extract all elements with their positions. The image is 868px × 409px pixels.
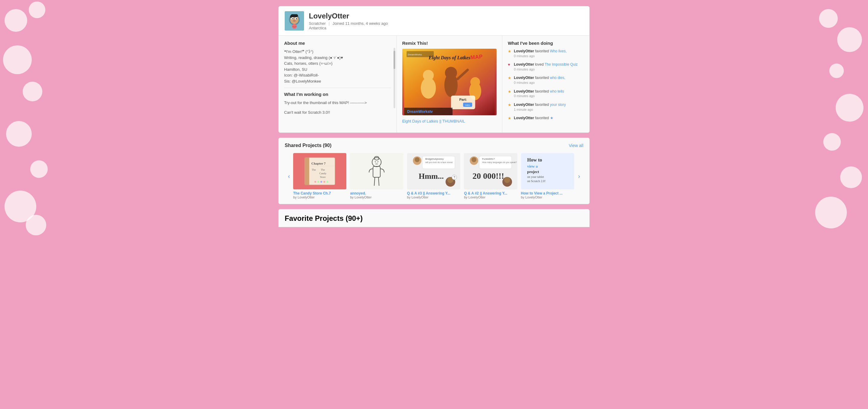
section-header: Shared Projects (90) View all — [285, 143, 583, 148]
activity-link[interactable]: who tells — [550, 89, 564, 93]
location: Antarctica — [309, 26, 327, 30]
svg-text:will you ever do a face reveal: will you ever do a face reveal — [425, 161, 453, 164]
activity-link[interactable]: ★ — [550, 116, 553, 120]
bottom-section-title: Favorite Projects (90+) — [285, 214, 583, 223]
svg-point-22 — [470, 77, 480, 87]
project-thumbnail[interactable] — [350, 153, 403, 189]
about-me-title: About me — [284, 40, 391, 46]
svg-text:Funkid0617: Funkid0617 — [482, 157, 495, 160]
svg-point-5 — [292, 18, 293, 19]
svg-point-40 — [320, 181, 322, 183]
star-icon: ★ — [508, 103, 512, 107]
activity-link[interactable]: your story — [550, 103, 566, 107]
svg-text:20 000!!!: 20 000!!! — [472, 171, 504, 181]
svg-text:Hmm...: Hmm... — [418, 172, 444, 181]
project-thumbnail[interactable]: Funkid0617 How many languages do you spe… — [464, 153, 517, 189]
joined-text: Joined 11 months, 4 weeks ago — [333, 21, 388, 26]
svg-point-7 — [293, 20, 296, 22]
activity-item: ★ LovelyOtter favorited Who lives, 0 min… — [508, 49, 584, 58]
svg-point-17 — [423, 70, 434, 81]
prev-arrow[interactable]: ‹ — [285, 172, 293, 180]
project-title[interactable]: The Candy Store Ch.7 — [293, 191, 346, 196]
activity-item: ♥ LovelyOtter loved The Impossible Quiz … — [508, 62, 584, 72]
svg-point-54 — [415, 157, 420, 162]
project-author: by LovelyOtter — [464, 196, 517, 199]
project-title[interactable]: Q & A #3 || Answering Y... — [407, 191, 460, 196]
activity-item: ★ LovelyOtter favorited who dies, 0 minu… — [508, 75, 584, 85]
svg-text:Candy: Candy — [319, 172, 327, 175]
project-card: Chapter 7 The The Candy Store — [293, 153, 346, 199]
shared-projects-title: Shared Projects (90) — [285, 143, 332, 148]
project-author: by LovelyOtter — [521, 196, 574, 199]
svg-text:on your tablet: on your tablet — [527, 175, 544, 178]
activity-link[interactable]: The Impossible Quiz — [545, 62, 578, 66]
svg-rect-8 — [291, 14, 298, 17]
scrollbar-thumb[interactable] — [394, 51, 395, 69]
next-arrow[interactable]: › — [575, 172, 583, 180]
remix-title: Remix This! — [402, 40, 497, 46]
project-card: Bridgetrubytubey will you ever do a face… — [407, 153, 460, 199]
projects-row: ‹ Chapter 7 The T — [285, 153, 583, 199]
svg-text:Intro: Intro — [465, 104, 470, 107]
project-thumbnail[interactable]: Chapter 7 The The Candy Store — [293, 153, 346, 189]
svg-point-38 — [314, 181, 316, 183]
profile-meta: Scratcher | Joined 11 months, 4 weeks ag… — [309, 21, 388, 30]
profile-card: LovelyOtter Scratcher | Joined 11 months… — [278, 6, 590, 133]
about-me-text: ❝I'm Otter!❞ (°ʖ°) Writing, reading, dra… — [284, 49, 391, 84]
remix-thumbnail[interactable]: Eight Days of Latkes MAP DreamWorks — [402, 49, 497, 115]
project-card: Funkid0617 How many languages do you spe… — [464, 153, 517, 199]
view-all-link[interactable]: View all — [569, 143, 583, 148]
page-wrapper: LovelyOtter Scratcher | Joined 11 months… — [275, 0, 593, 233]
project-author: by LovelyOtter — [350, 196, 403, 199]
about-column: About me ❝I'm Otter!❞ (°ʖ°) Writing, rea… — [279, 36, 397, 133]
svg-rect-31 — [305, 157, 309, 185]
svg-text:Eight Days of Latkes: Eight Days of Latkes — [428, 55, 470, 60]
svg-text:DreamWorkstv: DreamWorkstv — [407, 110, 433, 114]
svg-text:The: The — [312, 168, 316, 171]
svg-point-42 — [327, 181, 328, 183]
heart-icon: ♥ — [508, 62, 512, 66]
project-thumbnail[interactable]: Bridgetrubytubey will you ever do a face… — [407, 153, 460, 189]
svg-text:Bridgetrubytubey: Bridgetrubytubey — [425, 157, 443, 160]
scrollbar[interactable] — [394, 48, 395, 108]
star-icon: ★ — [508, 89, 512, 93]
svg-point-6 — [296, 18, 297, 19]
project-title[interactable]: annoyed. — [350, 191, 403, 196]
bottom-section: Favorite Projects (90+) — [278, 209, 590, 227]
remix-column: Remix This! — [397, 36, 503, 133]
project-author: by LovelyOtter — [293, 196, 346, 199]
avatar — [285, 11, 304, 31]
svg-text:Chapter 7: Chapter 7 — [311, 162, 326, 165]
working-text: Try-out for the thumbnail of this MAP! -… — [284, 100, 391, 115]
project-title[interactable]: How to View a Project ... — [521, 191, 574, 196]
svg-text:view a: view a — [527, 164, 538, 169]
svg-text:Store: Store — [320, 175, 326, 178]
profile-body: About me ❝I'm Otter!❞ (°ʖ°) Writing, rea… — [279, 36, 589, 133]
svg-text:How to: How to — [527, 157, 542, 163]
svg-point-41 — [323, 181, 325, 183]
svg-text:DreamWorks: DreamWorks — [408, 53, 422, 56]
star-icon: ★ — [508, 116, 512, 120]
star-icon: ★ — [508, 49, 512, 53]
project-card: How to view a project on your tablet on … — [521, 153, 574, 199]
remix-project-link[interactable]: Eight Days of Latkes || THUMBNAIL — [402, 119, 465, 123]
activity-title: What I've been doing — [508, 40, 584, 46]
project-title[interactable]: Q & A #2 || Answering Y... — [464, 191, 517, 196]
svg-rect-9 — [290, 16, 292, 18]
activity-item: ★ LovelyOtter favorited who tells 0 minu… — [508, 89, 584, 98]
shared-projects-section: Shared Projects (90) View all ‹ — [278, 138, 590, 204]
project-author: by LovelyOtter — [407, 196, 460, 199]
activity-link[interactable]: Who lives, — [550, 49, 567, 53]
svg-text:How many languages do you spea: How many languages do you speak? — [482, 161, 517, 164]
svg-text:on Scratch 2.0!: on Scratch 2.0! — [527, 179, 546, 183]
svg-text:MAP: MAP — [470, 54, 483, 60]
svg-rect-43 — [353, 153, 401, 189]
svg-point-19 — [445, 67, 457, 79]
project-thumbnail[interactable]: How to view a project on your tablet on … — [521, 153, 574, 189]
project-card: annoyed. by LovelyOtter — [350, 153, 403, 199]
role: Scratcher — [309, 21, 326, 26]
working-title: What I'm working on — [284, 92, 391, 97]
username: LovelyOtter — [309, 12, 388, 20]
activity-link[interactable]: who dies, — [550, 76, 565, 80]
activity-item: ★ LovelyOtter favorited ★ — [508, 116, 584, 121]
